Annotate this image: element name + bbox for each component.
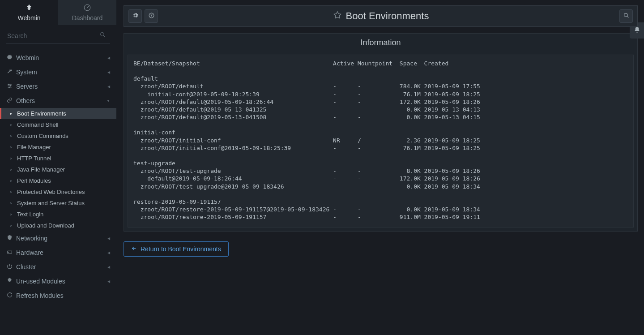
nav-section-cluster[interactable]: Cluster◀ [0, 260, 116, 274]
nav-item-file-manager[interactable]: File Manager [0, 142, 116, 153]
bullet-icon [10, 158, 12, 159]
nav-item-label: Custom Commands [17, 133, 68, 139]
nav-section-label: Hardware [16, 249, 43, 256]
svg-point-4 [8, 84, 9, 85]
nav-section-system[interactable]: System◀ [0, 65, 116, 79]
nav-section-label: Others [16, 97, 35, 104]
nav-item-custom-commands[interactable]: Custom Commands [0, 130, 116, 142]
nav-section-webmin[interactable]: Webmin◀ [0, 51, 116, 65]
nav-item-text-login[interactable]: Text Login [0, 209, 116, 220]
svg-point-6 [9, 87, 9, 88]
return-button-label: Return to Boot Environments [141, 245, 221, 253]
nav-item-label: Java File Manager [17, 166, 65, 173]
nav-item-protected-web-directories[interactable]: Protected Web Directories [0, 186, 116, 198]
arrow-left-icon [131, 245, 137, 253]
nav-section-label: Refresh Modules [16, 292, 64, 299]
chevron-left-icon: ◀ [107, 265, 110, 269]
main-content: Boot Environments Information BE/Dataset… [116, 0, 644, 335]
tab-dashboard[interactable]: Dashboard [58, 0, 116, 25]
tab-label: Webmin [17, 14, 40, 21]
refresh-icon [6, 292, 13, 299]
bullet-icon [10, 135, 12, 137]
webmin-logo-icon [25, 4, 33, 14]
information-panel: Information BE/Dataset/Snapshot Active M… [124, 33, 638, 232]
nav-item-boot-environments[interactable]: Boot Environments [0, 108, 116, 119]
return-button[interactable]: Return to Boot Environments [124, 241, 229, 257]
chevron-left-icon: ◀ [107, 70, 110, 74]
svg-point-2 [101, 33, 104, 36]
link-icon [6, 97, 13, 104]
chevron-left-icon: ◀ [107, 251, 110, 255]
search-icon [623, 13, 629, 20]
page-title: Boot Environments [346, 10, 429, 22]
nav-item-java-file-manager[interactable]: Java File Manager [0, 164, 116, 175]
bell-icon [634, 26, 640, 35]
nav-item-perl-modules[interactable]: Perl Modules [0, 175, 116, 186]
nav-section-label: Webmin [16, 54, 39, 61]
nav-section-un-used-modules[interactable]: Un-used Modules◀ [0, 274, 116, 288]
hdd-icon [6, 249, 13, 256]
nav-item-label: HTTP Tunnel [17, 155, 51, 162]
page-search-button[interactable] [619, 9, 633, 23]
nav-item-system-and-server-status[interactable]: System and Server Status [0, 198, 116, 209]
nav-section-label: Networking [16, 235, 47, 242]
bullet-icon [10, 225, 12, 227]
nav-item-label: Text Login [17, 211, 43, 218]
bullet-icon [10, 169, 12, 171]
svg-point-0 [28, 8, 30, 10]
wrench-icon [6, 69, 13, 76]
nav-item-label: Perl Modules [17, 177, 51, 184]
nav-item-label: Command Shell [17, 121, 59, 128]
settings-button[interactable] [128, 9, 142, 23]
gauge-icon [83, 4, 91, 14]
bullet-icon [10, 180, 12, 182]
bullet-icon [10, 124, 12, 126]
bullet-icon [10, 113, 12, 115]
tab-label: Dashboard [72, 14, 103, 21]
nav-section-networking[interactable]: Networking◀ [0, 231, 116, 245]
gear-icon [132, 13, 138, 20]
nav-section-others[interactable]: Others▼ [0, 94, 116, 108]
chevron-down-icon: ▼ [107, 99, 110, 103]
information-text: BE/Dataset/Snapshot Active Mountpoint Sp… [133, 60, 628, 221]
chevron-left-icon: ◀ [107, 56, 110, 60]
sidebar-tabs: Webmin Dashboard [0, 0, 116, 25]
page-header: Boot Environments [124, 5, 638, 27]
bullet-icon [10, 202, 12, 204]
panel-body: BE/Dataset/Snapshot Active Mountpoint Sp… [128, 55, 634, 228]
panel-title: Information [124, 34, 637, 51]
bullet-icon [10, 214, 12, 215]
search-icon[interactable] [100, 31, 106, 39]
nav-section-label: Servers [16, 83, 38, 90]
tab-webmin[interactable]: Webmin [0, 0, 58, 25]
help-button[interactable] [145, 9, 158, 23]
bullet-icon [10, 191, 12, 193]
nav-section-hardware[interactable]: Hardware◀ [0, 245, 116, 260]
nav-item-http-tunnel[interactable]: HTTP Tunnel [0, 153, 116, 164]
nav-section-servers[interactable]: Servers◀ [0, 79, 116, 94]
svg-point-10 [151, 17, 151, 17]
question-icon [149, 13, 154, 20]
nav-item-label: Boot Environments [17, 110, 66, 117]
svg-point-11 [624, 13, 627, 17]
favorite-star-icon[interactable] [333, 10, 342, 22]
sidebar-search [0, 25, 116, 47]
nav-section-label: Un-used Modules [16, 278, 65, 285]
nav-section-label: Cluster [16, 263, 36, 271]
sliders-icon [6, 83, 13, 90]
shield-icon [6, 235, 13, 242]
sidebar: Webmin Dashboard Webmin◀ System◀ Servers… [0, 0, 116, 335]
chevron-left-icon: ◀ [107, 279, 110, 283]
puzzle-icon [6, 278, 13, 285]
nav-section-refresh-modules[interactable]: Refresh Modules [0, 288, 116, 303]
nav-item-command-shell[interactable]: Command Shell [0, 119, 116, 130]
gear-icon [6, 54, 13, 61]
search-input[interactable] [6, 30, 110, 43]
nav-item-upload-and-download[interactable]: Upload and Download [0, 220, 116, 231]
bullet-icon [10, 146, 12, 148]
nav-item-label: Protected Web Directories [17, 189, 85, 195]
chevron-left-icon: ◀ [107, 236, 110, 241]
svg-point-8 [8, 252, 9, 253]
nav-item-label: Upload and Download [17, 222, 74, 229]
nav-item-label: System and Server Status [17, 200, 85, 206]
